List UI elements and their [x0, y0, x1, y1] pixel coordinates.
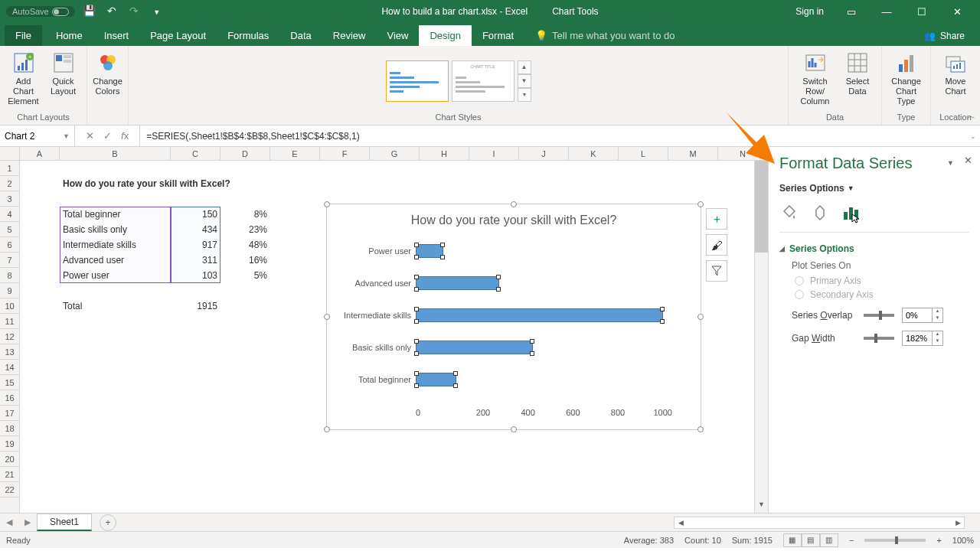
formula-input[interactable]: =SERIES(,Sheet1!$B$4:$B$8,Sheet1!$C$4:$C… — [140, 131, 966, 142]
change-chart-type-button[interactable]: Change Chart Type — [887, 49, 926, 109]
tab-home[interactable]: Home — [45, 25, 93, 46]
column-header[interactable]: L — [619, 147, 668, 160]
cell[interactable]: 103 — [171, 268, 220, 283]
row-header[interactable]: 5 — [0, 222, 19, 237]
close-icon[interactable]: ✕ — [940, 0, 974, 23]
column-header[interactable]: G — [370, 147, 420, 160]
cell[interactable]: 1915 — [171, 298, 220, 314]
column-header[interactable]: I — [469, 147, 519, 160]
qat-dropdown-icon[interactable]: ▼ — [147, 2, 167, 22]
column-header[interactable]: J — [519, 147, 569, 160]
zoom-slider[interactable] — [864, 539, 926, 542]
ribbon-display-icon[interactable]: ▭ — [835, 0, 868, 23]
series-overlap-input[interactable]: ▲▼ — [902, 308, 943, 323]
chart-bar[interactable] — [416, 244, 443, 258]
cell[interactable]: 16% — [220, 253, 270, 268]
chart-bar[interactable] — [416, 341, 533, 354]
column-header[interactable]: E — [270, 147, 320, 160]
chart-styles-button[interactable]: 🖌 — [706, 234, 727, 256]
row-header[interactable]: 6 — [0, 237, 19, 253]
row-header[interactable]: 7 — [0, 253, 19, 268]
signin-link[interactable]: Sign in — [786, 6, 833, 17]
tab-formulas[interactable]: Formulas — [217, 25, 279, 46]
chart-object[interactable]: How do you rate your skill with Excel? P… — [326, 204, 701, 430]
sheet-nav-next-icon[interactable]: ▶ — [18, 517, 37, 527]
row-header[interactable]: 3 — [0, 191, 19, 207]
quick-layout-button[interactable]: Quick Layout — [44, 49, 83, 98]
chart-bar[interactable] — [416, 308, 663, 322]
pane-subtitle[interactable]: Series Options▼ — [779, 183, 969, 194]
tab-view[interactable]: View — [376, 25, 419, 46]
worksheet[interactable]: ABCDEFGHIJKLMN 1234567891011121314151617… — [0, 147, 768, 513]
view-page-layout-icon[interactable]: ▤ — [802, 533, 820, 547]
sheet-nav-prev-icon[interactable]: ◀ — [0, 517, 18, 527]
cell[interactable]: 8% — [220, 207, 270, 222]
row-header[interactable]: 13 — [0, 344, 19, 360]
cell[interactable]: 311 — [171, 253, 220, 268]
save-icon[interactable]: 💾 — [80, 1, 100, 21]
row-header[interactable]: 14 — [0, 360, 19, 375]
row-header[interactable]: 17 — [0, 406, 19, 421]
horizontal-scrollbar[interactable]: ◀▶ — [674, 517, 965, 529]
cell[interactable]: Basic skills only — [60, 222, 171, 237]
cell[interactable]: Power user — [60, 268, 171, 283]
column-header[interactable]: M — [668, 147, 718, 160]
column-header[interactable]: F — [320, 147, 370, 160]
row-header[interactable]: 22 — [0, 482, 19, 497]
minimize-icon[interactable]: — — [870, 0, 903, 23]
zoom-level[interactable]: 100% — [952, 536, 974, 545]
row-header[interactable]: 9 — [0, 283, 19, 298]
cell[interactable]: Total — [60, 298, 171, 314]
tab-review[interactable]: Review — [322, 25, 377, 46]
name-box-dropdown-icon[interactable]: ▼ — [63, 132, 70, 140]
cell[interactable]: Intermediate skills — [60, 237, 171, 253]
vertical-scrollbar[interactable]: ▲ ▼ — [754, 161, 768, 513]
column-header[interactable]: A — [20, 147, 60, 160]
row-header[interactable]: 4 — [0, 207, 19, 222]
column-header[interactable]: H — [420, 147, 469, 160]
pane-close-icon[interactable]: ✕ — [964, 155, 972, 166]
column-header[interactable]: C — [171, 147, 220, 160]
change-colors-button[interactable]: Change Colors — [89, 49, 127, 98]
view-page-break-icon[interactable]: ▥ — [820, 533, 838, 547]
row-header[interactable]: 20 — [0, 452, 19, 467]
chart-bar[interactable] — [416, 276, 499, 290]
column-header[interactable]: D — [220, 147, 270, 160]
pane-options-dropdown-icon[interactable]: ▼ — [947, 159, 954, 167]
expand-formula-bar-icon[interactable]: ⌄ — [966, 132, 980, 140]
cell[interactable]: Total beginner — [60, 207, 171, 222]
row-header[interactable]: 10 — [0, 298, 19, 314]
fx-icon[interactable]: fx — [118, 130, 132, 142]
row-header[interactable]: 1 — [0, 161, 19, 176]
chart-style-2[interactable]: CHART TITLE — [452, 60, 514, 102]
move-chart-button[interactable]: Move Chart — [936, 49, 975, 98]
undo-icon[interactable]: ↶ — [102, 1, 122, 21]
tab-format[interactable]: Format — [472, 25, 524, 46]
chart-title[interactable]: How do you rate your skill with Excel? — [327, 204, 701, 232]
add-sheet-button[interactable]: + — [100, 514, 116, 531]
cell[interactable]: How do you rate your skill with Excel? — [60, 176, 171, 191]
tab-insert[interactable]: Insert — [93, 25, 140, 46]
row-header[interactable]: 18 — [0, 421, 19, 436]
tab-file[interactable]: File — [5, 25, 42, 46]
cell[interactable]: 48% — [220, 237, 270, 253]
row-header[interactable]: 2 — [0, 176, 19, 191]
chart-plot-area[interactable]: Power userAdvanced userIntermediate skil… — [327, 232, 701, 408]
pane-section-series-options[interactable]: Series Options — [779, 243, 969, 254]
row-header[interactable]: 8 — [0, 268, 19, 283]
row-header[interactable]: 19 — [0, 436, 19, 452]
row-header[interactable]: 21 — [0, 467, 19, 482]
chart-styles-scroll[interactable]: ▲▼▾ — [518, 60, 531, 102]
select-data-button[interactable]: Select Data — [838, 49, 877, 98]
tab-design[interactable]: Design — [419, 25, 471, 46]
cell[interactable]: 434 — [171, 222, 220, 237]
series-options-tab-icon[interactable] — [841, 203, 861, 223]
chart-bar[interactable] — [416, 373, 456, 386]
sheet-tab-sheet1[interactable]: Sheet1 — [37, 514, 92, 531]
row-header[interactable]: 16 — [0, 390, 19, 406]
cell[interactable]: 150 — [171, 207, 220, 222]
zoom-out-icon[interactable]: − — [849, 536, 854, 545]
name-box[interactable]: ▼ — [0, 126, 75, 146]
cell[interactable]: 5% — [220, 268, 270, 283]
row-header[interactable]: 15 — [0, 375, 19, 390]
